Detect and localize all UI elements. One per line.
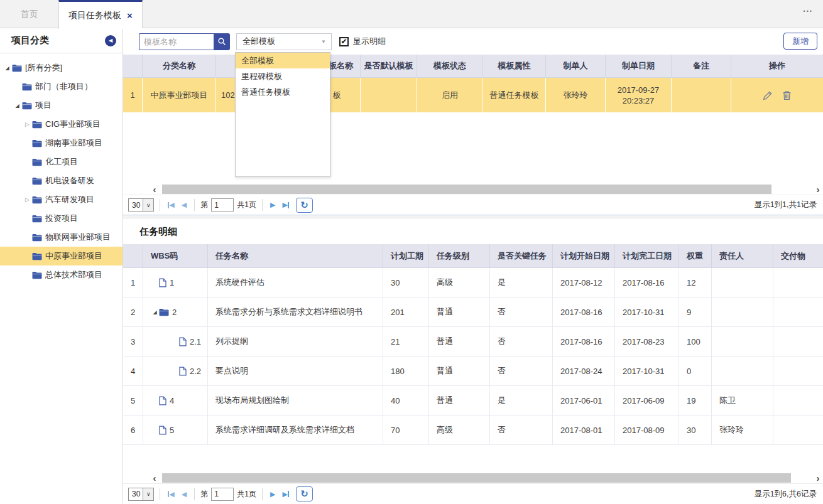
page-input[interactable] — [211, 198, 234, 212]
scroll-right-icon[interactable]: › — [813, 185, 823, 194]
row-index: 1 — [123, 268, 143, 298]
chevron-down-icon: ▼ — [316, 39, 331, 45]
row-plan-end: 2017-10-31 — [615, 298, 679, 327]
folder-icon — [22, 102, 32, 110]
more-tabs-icon[interactable]: ••• — [804, 8, 813, 14]
row-remark — [672, 78, 731, 112]
col-weight: 权重 — [679, 244, 712, 268]
row-duration: 30 — [383, 268, 429, 298]
last-page-button[interactable]: ▶ — [280, 201, 290, 209]
dropdown-option[interactable]: 普通任务模板 — [236, 84, 330, 100]
wbs-code: 2.2 — [190, 367, 201, 376]
task-row[interactable]: 11系统硬件评估30高级是2017-08-122017-08-1612 — [123, 268, 823, 298]
task-row[interactable]: 65系统需求详细调研及系统需求详细文档70高级否2017-08-012017-0… — [123, 416, 823, 445]
task-row[interactable]: 32.1列示提纲21普通否2017-08-162017-08-23100 — [123, 327, 823, 357]
sidebar-item[interactable]: ▷CIG事业部项目 — [0, 115, 123, 134]
delete-icon[interactable] — [782, 90, 792, 100]
sidebar-item[interactable]: ◢项目 — [0, 96, 123, 115]
search-button[interactable] — [214, 33, 230, 50]
tree-collapsed-icon[interactable]: ▷ — [23, 121, 31, 127]
horizontal-scrollbar[interactable]: ‹ › — [123, 183, 823, 195]
col-category: 分类名称 — [143, 55, 216, 78]
template-type-select[interactable]: 全部模板 ▼ — [236, 33, 332, 50]
folder-icon — [12, 64, 22, 72]
detail-section-title: 任务明细 — [123, 219, 823, 244]
next-page-button[interactable]: ▶ — [268, 201, 277, 209]
main-panel: 全部模板 ▼ ✔ 显示明细 新增 分类名称 模板名称 是否默认模板 模板状态 模… — [123, 28, 823, 503]
tab-project-task-template[interactable]: 项目任务模板 × — [58, 0, 143, 29]
scrollbar-track[interactable] — [162, 185, 810, 194]
add-button[interactable]: 新增 — [783, 33, 817, 50]
col-plan-end: 计划完工日期 — [615, 244, 679, 268]
sidebar-item-label: 汽车研发项目 — [45, 194, 94, 205]
row-deliverable — [773, 386, 823, 416]
sidebar-item[interactable]: 湖南事业部项目 — [0, 134, 123, 153]
tree-expanded-icon[interactable]: ◢ — [151, 309, 159, 315]
col-plan-start: 计划开始日期 — [553, 244, 615, 268]
folder-icon — [32, 139, 42, 147]
dropdown-option[interactable]: 全部模板 — [236, 53, 330, 68]
tree-collapsed-icon[interactable]: ▷ — [23, 196, 31, 203]
task-row[interactable]: 2◢2系统需求分析与系统需求文档详细说明书201普通否2017-08-16201… — [123, 298, 823, 327]
tab-home[interactable]: 首页 — [0, 0, 58, 28]
close-tab-icon[interactable]: × — [127, 11, 133, 20]
tab-label: 项目任务模板 — [68, 10, 121, 21]
search-input[interactable] — [139, 33, 214, 50]
sidebar-item[interactable]: 化工项目 — [0, 153, 123, 171]
folder-icon — [22, 83, 32, 91]
template-table-empty-area — [123, 112, 823, 183]
scrollbar-track[interactable] — [162, 473, 810, 483]
tree-expanded-icon[interactable]: ◢ — [13, 103, 21, 109]
first-page-button[interactable]: ◀ — [166, 490, 176, 498]
dropdown-option[interactable]: 里程碑模板 — [236, 68, 330, 84]
sidebar-item[interactable]: ◢[所有分类] — [0, 58, 123, 77]
collapse-sidebar-button[interactable]: ◀ — [105, 35, 116, 46]
sidebar-item[interactable]: 中原事业部项目 — [0, 247, 123, 265]
scroll-left-icon[interactable]: ‹ — [150, 473, 160, 483]
horizontal-scrollbar[interactable]: ‹ › — [123, 472, 823, 483]
page-size-select[interactable]: 30 ∨ — [128, 488, 154, 501]
task-row[interactable]: 54现场布局规划图绘制40普通是2017-06-012017-06-0919陈卫 — [123, 386, 823, 416]
sidebar-item[interactable]: 部门（非项目） — [0, 77, 123, 96]
date-part: 2017-09-27 — [618, 85, 660, 95]
sidebar-item[interactable]: 物联网事业部项目 — [0, 228, 123, 247]
row-task-name: 系统硬件评估 — [208, 268, 383, 298]
sidebar-item[interactable]: 总体技术部项目 — [0, 265, 123, 284]
prev-page-button[interactable]: ◀ — [180, 201, 188, 209]
page-size-value: 30 — [129, 490, 143, 498]
sidebar-item[interactable]: ▷汽车研发项目 — [0, 190, 123, 209]
row-critical: 否 — [490, 298, 553, 327]
scroll-right-icon[interactable]: › — [813, 473, 823, 483]
col-task-level: 任务级别 — [429, 244, 490, 268]
prev-page-button[interactable]: ◀ — [180, 490, 188, 498]
scrollbar-thumb[interactable] — [162, 185, 771, 194]
refresh-button[interactable]: ↻ — [296, 486, 313, 501]
edit-icon[interactable] — [763, 90, 773, 100]
template-row-selected[interactable]: 1 中原事业部项目 102 板 启用 普通任务模板 张玲玲 2017-09-27… — [123, 78, 823, 112]
col-remark: 备注 — [672, 55, 731, 78]
last-page-button[interactable]: ▶ — [280, 490, 290, 498]
show-detail-checkbox[interactable]: ✔ — [339, 37, 349, 46]
page-input[interactable] — [211, 488, 234, 501]
sidebar-item-label: 机电设备研发 — [45, 175, 94, 186]
first-page-button[interactable]: ◀ — [166, 201, 176, 209]
sidebar-item[interactable]: 机电设备研发 — [0, 171, 123, 190]
row-owner — [712, 268, 773, 298]
tree-expanded-icon[interactable]: ◢ — [3, 65, 11, 71]
task-row[interactable]: 42.2要点说明180普通否2017-08-242017-10-310 — [123, 357, 823, 386]
row-plan-start: 2017-08-16 — [553, 327, 615, 357]
sidebar-header: 项目分类 ◀ — [0, 28, 123, 53]
sidebar-item-label: [所有分类] — [25, 62, 62, 73]
refresh-button[interactable]: ↻ — [296, 198, 313, 213]
scrollbar-thumb[interactable] — [162, 473, 791, 483]
scroll-left-icon[interactable]: ‹ — [150, 185, 160, 194]
sidebar-item[interactable]: 投资项目 — [0, 209, 123, 228]
next-page-button[interactable]: ▶ — [268, 490, 277, 498]
row-deliverable — [773, 268, 823, 298]
show-detail-label: 显示明细 — [353, 36, 386, 47]
page-size-select[interactable]: 30 ∨ — [128, 198, 154, 212]
row-critical: 否 — [490, 416, 553, 445]
wbs-code: 5 — [170, 426, 174, 435]
row-owner — [712, 327, 773, 357]
row-plan-start: 2017-08-12 — [553, 268, 615, 298]
